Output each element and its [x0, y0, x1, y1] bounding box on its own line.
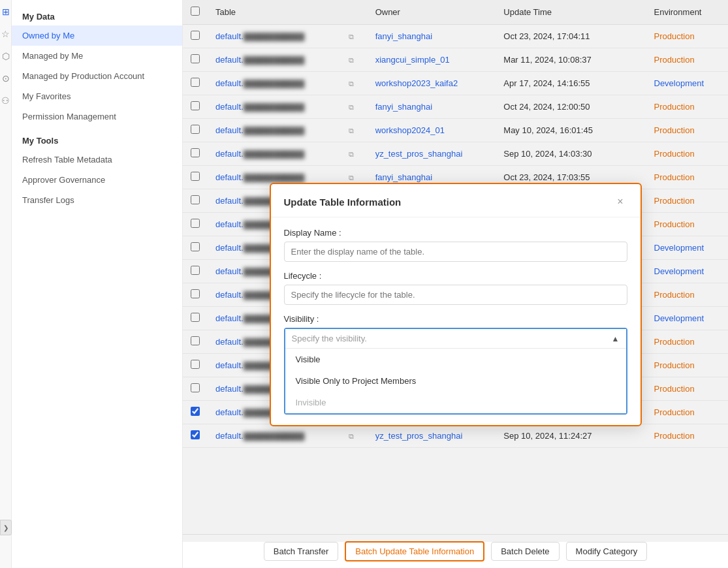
- visibility-option-visible[interactable]: Visible: [285, 349, 626, 370]
- batch-update-table-info-button[interactable]: Batch Update Table Information: [345, 541, 484, 561]
- modal-header: Update Table Information ×: [271, 184, 641, 217]
- data-icon[interactable]: ⊞: [0, 7, 12, 17]
- sidebar-tool-transfer-logs[interactable]: Transfer Logs: [12, 190, 182, 210]
- batch-delete-button[interactable]: Batch Delete: [491, 542, 559, 561]
- nav-icon-3[interactable]: ⊙: [0, 73, 12, 84]
- sidebar-tool-approver-governance[interactable]: Approver Governance: [12, 170, 182, 190]
- database-icon[interactable]: ⬡: [0, 51, 12, 61]
- visibility-group: Visibility : Specify the visibility. ▲ V…: [284, 314, 627, 415]
- visibility-options-list: Visible Visible Only to Project Members …: [285, 348, 626, 413]
- visibility-dropdown-wrapper: Specify the visibility. ▲ Visible Visibl…: [284, 328, 627, 415]
- lifecycle-group: Lifecycle :: [284, 271, 627, 305]
- modal-overlay: Update Table Information × Display Name …: [183, 0, 728, 542]
- left-icon-bar: ⊞ ☆ ⬡ ⊙ ⚇: [0, 0, 12, 568]
- visibility-select-bar[interactable]: Specify the visibility. ▲: [285, 329, 626, 348]
- sidebar: My Data Owned by Me Managed by Me Manage…: [12, 0, 183, 568]
- sidebar-nav: My Data Owned by Me Managed by Me Manage…: [12, 0, 182, 215]
- display-name-input[interactable]: [284, 242, 627, 262]
- chevron-up-icon: ▲: [612, 334, 620, 343]
- modal-close-button[interactable]: ×: [613, 195, 627, 209]
- sidebar-item-managed-by-me[interactable]: Managed by Me: [12, 46, 182, 66]
- bookmark-icon[interactable]: ☆: [0, 29, 12, 39]
- sidebar-item-managed-by-production[interactable]: Managed by Production Account: [12, 66, 182, 86]
- sidebar-item-my-favorites[interactable]: My Favorites: [12, 86, 182, 106]
- lifecycle-label: Lifecycle :: [284, 271, 627, 281]
- visibility-label: Visibility :: [284, 314, 627, 324]
- main-content: Table Owner Update Time Environment defa…: [183, 0, 728, 568]
- lifecycle-input[interactable]: [284, 285, 627, 305]
- modify-category-button[interactable]: Modify Category: [566, 542, 648, 561]
- visibility-placeholder: Specify the visibility.: [292, 334, 367, 343]
- sidebar-item-owned-by-me[interactable]: Owned by Me: [12, 25, 182, 46]
- expand-sidebar-button[interactable]: ❯: [0, 520, 12, 535]
- visibility-option-invisible[interactable]: Invisible: [285, 392, 626, 413]
- my-data-section-title: My Data: [12, 5, 182, 25]
- sidebar-tool-refresh-table-metadata[interactable]: Refresh Table Metadata: [12, 150, 182, 170]
- my-tools-section-title: My Tools: [12, 127, 182, 150]
- sidebar-item-permission-management[interactable]: Permission Management: [12, 106, 182, 127]
- display-name-group: Display Name :: [284, 228, 627, 262]
- update-table-info-modal: Update Table Information × Display Name …: [270, 183, 642, 426]
- people-icon[interactable]: ⚇: [0, 95, 12, 106]
- batch-transfer-button[interactable]: Batch Transfer: [264, 542, 339, 561]
- modal-title: Update Table Information: [284, 197, 402, 208]
- display-name-label: Display Name :: [284, 228, 627, 238]
- visibility-option-visible-project[interactable]: Visible Only to Project Members: [285, 370, 626, 392]
- modal-body: Display Name : Lifecycle : Visibility : …: [271, 217, 641, 425]
